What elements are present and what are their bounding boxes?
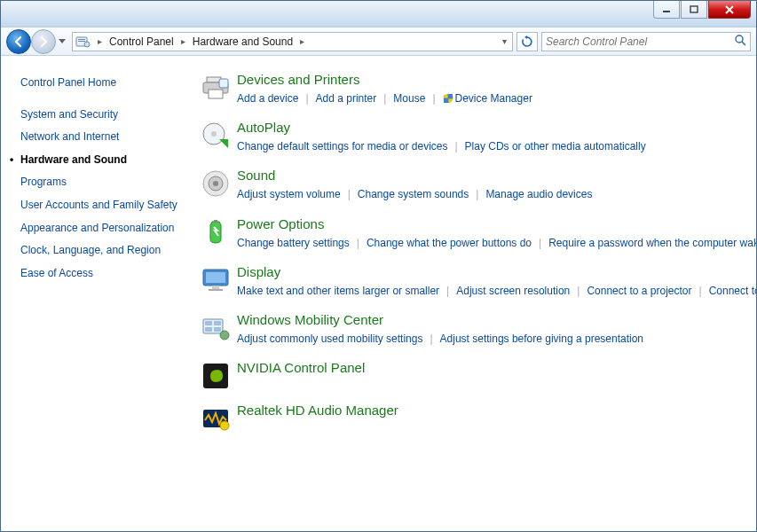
sidebar-item-1[interactable]: System and Security bbox=[20, 104, 189, 127]
nav-history-dropdown[interactable] bbox=[56, 33, 68, 51]
category-title-5[interactable]: Windows Mobility Center bbox=[237, 312, 735, 327]
navbar: ▸ Control Panel ▸ Hardware and Sound ▸ ▾ bbox=[1, 27, 756, 56]
breadcrumb-item-1[interactable]: Hardware and Sound bbox=[191, 35, 295, 48]
breadcrumb-sep-icon: ▸ bbox=[92, 36, 107, 46]
svg-rect-25 bbox=[205, 321, 212, 325]
svg-rect-22 bbox=[212, 286, 219, 289]
breadcrumb[interactable]: ▸ Control Panel ▸ Hardware and Sound ▸ ▾ bbox=[72, 32, 513, 51]
category-title-7[interactable]: Realtek HD Audio Manager bbox=[237, 403, 735, 418]
category-3-link-2[interactable]: Require a password when the computer wak… bbox=[548, 237, 756, 249]
category-3: Power OptionsChange battery settings|Cha… bbox=[201, 216, 735, 252]
sidebar-item-3[interactable]: Hardware and Sound bbox=[20, 149, 189, 172]
category-3-link-1[interactable]: Change what the power buttons do bbox=[367, 237, 532, 249]
svg-line-7 bbox=[742, 42, 745, 45]
category-links-3: Change battery settings|Change what the … bbox=[237, 235, 756, 252]
svg-rect-0 bbox=[663, 11, 670, 12]
category-title-1[interactable]: AutoPlay bbox=[237, 120, 735, 135]
breadcrumb-dropdown[interactable]: ▾ bbox=[499, 36, 510, 46]
category-2: SoundAdjust system volume|Change system … bbox=[201, 168, 735, 203]
breadcrumb-icon bbox=[75, 34, 92, 50]
category-4-link-1[interactable]: Adjust screen resolution bbox=[456, 285, 570, 297]
breadcrumb-sep-icon: ▸ bbox=[176, 36, 191, 46]
category-links-5: Adjust commonly used mobility settings|A… bbox=[237, 331, 735, 348]
sidebar-item-2[interactable]: Network and Internet bbox=[20, 126, 189, 149]
sidebar-item-5[interactable]: User Accounts and Family Safety bbox=[20, 194, 189, 217]
category-2-link-0[interactable]: Adjust system volume bbox=[237, 188, 341, 200]
link-separator: | bbox=[376, 92, 393, 105]
category-5-link-1[interactable]: Adjust settings before giving a presenta… bbox=[440, 332, 643, 345]
link-separator: | bbox=[469, 188, 485, 200]
category-7: Realtek HD Audio Manager bbox=[201, 403, 735, 433]
content: Devices and PrintersAdd a device|Add a p… bbox=[189, 56, 756, 531]
category-title-0[interactable]: Devices and Printers bbox=[237, 72, 735, 87]
category-4-link-2[interactable]: Connect to a projector bbox=[587, 285, 691, 297]
sidebar-item-0[interactable]: Control Panel Home bbox=[20, 72, 189, 95]
category-title-6[interactable]: NVIDIA Control Panel bbox=[237, 360, 735, 375]
svg-rect-3 bbox=[78, 39, 85, 40]
refresh-button[interactable] bbox=[516, 32, 538, 51]
link-separator: | bbox=[692, 285, 709, 297]
maximize-button[interactable] bbox=[681, 1, 707, 19]
sidebar-item-6[interactable]: Appearance and Personalization bbox=[20, 217, 189, 240]
realtek-icon bbox=[201, 403, 237, 433]
svg-point-29 bbox=[220, 331, 229, 340]
category-4-link-0[interactable]: Make text and other items larger or smal… bbox=[237, 285, 439, 297]
printer-icon bbox=[201, 72, 237, 107]
sidebar-item-4[interactable]: Programs bbox=[20, 171, 189, 194]
category-title-2[interactable]: Sound bbox=[237, 168, 735, 183]
svg-rect-10 bbox=[209, 90, 223, 98]
nvidia-icon bbox=[201, 360, 237, 390]
category-5: Windows Mobility CenterAdjust commonly u… bbox=[201, 312, 735, 348]
category-0-link-1[interactable]: Add a printer bbox=[316, 92, 377, 105]
category-1: AutoPlayChange default settings for medi… bbox=[201, 120, 735, 155]
category-3-link-0[interactable]: Change battery settings bbox=[237, 237, 350, 249]
category-title-3[interactable]: Power Options bbox=[237, 216, 756, 231]
category-4-link-3[interactable]: Connect to an external display bbox=[709, 285, 756, 297]
category-links-0: Add a device|Add a printer|Mouse|Device … bbox=[237, 90, 735, 107]
category-2-link-2[interactable]: Manage audio devices bbox=[485, 188, 592, 200]
nav-buttons bbox=[6, 29, 68, 54]
svg-rect-23 bbox=[209, 289, 223, 291]
uac-shield-icon bbox=[443, 92, 453, 103]
mobility-icon bbox=[201, 312, 237, 348]
link-separator: | bbox=[341, 188, 358, 200]
category-0-link-3[interactable]: Device Manager bbox=[443, 92, 532, 105]
svg-rect-4 bbox=[78, 41, 85, 42]
category-links-2: Adjust system volume|Change system sound… bbox=[237, 186, 735, 203]
svg-rect-26 bbox=[214, 321, 221, 325]
link-separator: | bbox=[422, 332, 439, 345]
search-box[interactable] bbox=[541, 32, 751, 51]
link-separator: | bbox=[439, 285, 456, 297]
category-1-link-0[interactable]: Change default settings for media or dev… bbox=[237, 140, 447, 153]
search-input[interactable] bbox=[546, 35, 734, 48]
sidebar-item-7[interactable]: Clock, Language, and Region bbox=[20, 239, 189, 262]
breadcrumb-item-0[interactable]: Control Panel bbox=[107, 35, 176, 48]
category-6: NVIDIA Control Panel bbox=[201, 360, 735, 390]
search-icon[interactable] bbox=[734, 34, 746, 49]
svg-rect-19 bbox=[214, 220, 217, 223]
close-button[interactable] bbox=[708, 1, 751, 19]
category-0-link-2[interactable]: Mouse bbox=[393, 92, 425, 105]
link-separator: | bbox=[350, 237, 367, 249]
link-separator: | bbox=[532, 237, 548, 249]
category-5-link-0[interactable]: Adjust commonly used mobility settings bbox=[237, 332, 422, 345]
body: Control Panel HomeSystem and SecurityNet… bbox=[1, 56, 756, 531]
sidebar-item-8[interactable]: Ease of Access bbox=[20, 262, 189, 286]
svg-rect-1 bbox=[690, 6, 698, 12]
titlebar bbox=[1, 1, 756, 27]
minimize-button[interactable] bbox=[653, 1, 680, 19]
forward-button[interactable] bbox=[31, 29, 56, 54]
category-4: DisplayMake text and other items larger … bbox=[201, 264, 735, 300]
svg-point-32 bbox=[220, 421, 229, 430]
category-2-link-1[interactable]: Change system sounds bbox=[358, 188, 469, 200]
window-controls bbox=[653, 1, 751, 19]
category-1-link-1[interactable]: Play CDs or other media automatically bbox=[465, 140, 646, 153]
link-separator: | bbox=[570, 285, 587, 297]
link-separator: | bbox=[298, 92, 315, 105]
svg-point-6 bbox=[736, 35, 743, 43]
display-icon bbox=[201, 264, 237, 300]
back-button[interactable] bbox=[6, 29, 31, 54]
speaker-icon bbox=[201, 168, 237, 203]
category-0-link-0[interactable]: Add a device bbox=[237, 92, 298, 105]
category-title-4[interactable]: Display bbox=[237, 264, 756, 279]
